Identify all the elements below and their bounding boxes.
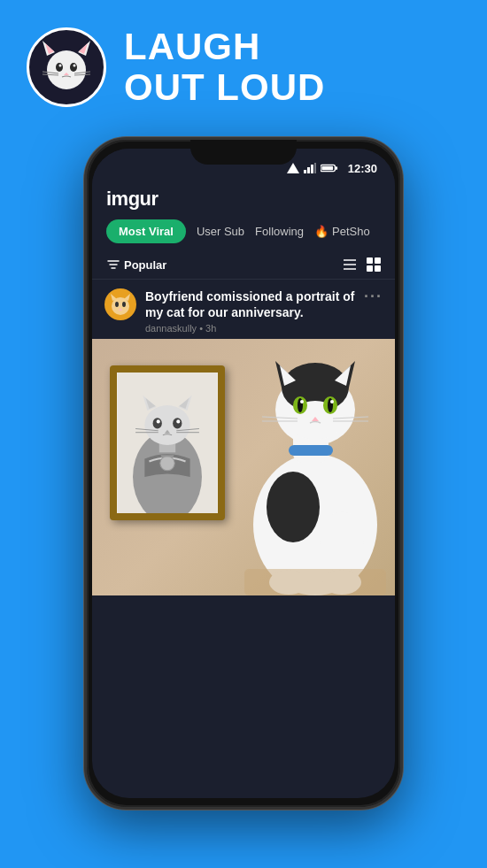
svg-point-6 [70,63,77,72]
post-meta: Boyfriend comissioned a portrait of my c… [145,288,355,334]
svg-point-0 [47,50,86,89]
imgur-logo: imgur [106,188,381,211]
grid-view-icon[interactable] [367,257,381,272]
svg-rect-79 [244,569,386,595]
svg-point-32 [115,302,119,307]
svg-point-55 [267,472,320,542]
svg-rect-20 [336,166,337,170]
sort-label: Popular [124,258,166,272]
svg-rect-25 [367,257,373,264]
svg-point-33 [122,302,126,307]
nav-tabs: Most Viral User Sub Following 🔥 PetSho [106,219,381,252]
post-item: Boyfriend comissioned a portrait of my c… [92,279,395,595]
svg-rect-26 [375,257,381,264]
svg-point-71 [330,400,334,403]
phone-notch [190,140,297,165]
post-header: Boyfriend comissioned a portrait of my c… [92,280,395,339]
phone-screen: 12:30 imgur Most Viral User Sub Followin… [92,149,395,798]
svg-point-46 [176,420,180,424]
top-header: LAUGH OUT LOUD [0,27,487,108]
app-logo-circle [27,27,106,107]
svg-point-5 [56,63,63,72]
post-sub: dannaskully • 3h [145,323,355,334]
filter-right [342,257,381,272]
post-username: dannaskully [145,323,197,334]
phone-outer: 12:30 imgur Most Viral User Sub Followin… [84,137,403,810]
svg-point-44 [173,419,182,429]
status-time: 12:30 [348,162,377,175]
list-view-icon[interactable] [342,257,358,272]
svg-marker-14 [287,163,299,173]
cat-image-container [92,339,395,595]
filter-bar: Popular [92,252,395,279]
svg-point-45 [157,420,160,424]
post-title: Boyfriend comissioned a portrait of my c… [145,288,355,320]
tab-user-sub[interactable]: User Sub [197,225,244,238]
svg-point-52 [160,457,174,471]
svg-rect-58 [289,445,333,456]
status-icons: 12:30 [287,162,377,175]
svg-point-8 [73,65,76,67]
svg-rect-18 [314,163,316,173]
svg-rect-21 [321,166,333,171]
svg-rect-28 [375,265,381,272]
svg-point-70 [300,400,304,403]
svg-point-43 [153,419,162,429]
post-time: 3h [205,323,216,334]
tab-following[interactable]: Following [255,225,304,238]
post-avatar [104,288,136,320]
svg-rect-15 [304,170,306,173]
post-more-button[interactable]: ··· [364,288,383,304]
post-image [92,339,395,595]
svg-point-7 [59,65,62,67]
filter-sort[interactable]: Popular [106,257,166,272]
svg-point-38 [144,405,189,445]
tab-most-viral[interactable]: Most Viral [106,219,186,243]
sort-icon [106,257,120,272]
svg-rect-16 [307,167,310,173]
svg-rect-17 [311,165,313,173]
imgur-header: imgur Most Viral User Sub Following 🔥 Pe… [92,181,395,252]
svg-point-56 [320,511,364,573]
tagline: LAUGH OUT LOUD [124,27,325,108]
tagline-line1: LAUGH [124,27,325,67]
svg-rect-27 [367,265,373,272]
phone-mockup: 12:30 imgur Most Viral User Sub Followin… [84,137,403,810]
tagline-line2: OUT LOUD [124,67,325,108]
fire-icon: 🔥 [314,225,329,238]
tab-petshop[interactable]: 🔥 PetSho [314,225,370,238]
